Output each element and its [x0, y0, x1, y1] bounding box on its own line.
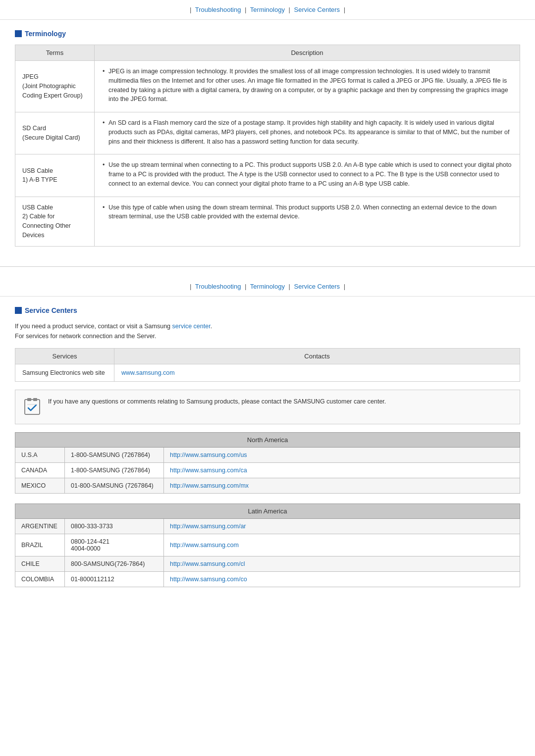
region-country-row: U.S.A1-800-SAMSUNG (7267864)http://www.s…: [15, 447, 520, 462]
country-url: http://www.samsung.com/mx: [164, 478, 520, 493]
terms-description-cell: Use the up stream terminal when connecti…: [95, 154, 520, 197]
svg-rect-0: [25, 400, 40, 414]
country-name: MEXICO: [15, 478, 65, 493]
services-contact-cell: www.samsung.com: [114, 364, 520, 381]
country-url: http://www.samsung.com: [164, 534, 520, 556]
services-table: Services Contacts Samsung Electronics we…: [15, 348, 520, 382]
country-url-link[interactable]: http://www.samsung.com/mx: [170, 482, 249, 489]
terms-description-cell: Use this type of cable when using the do…: [95, 197, 520, 246]
bottom-nav-service-centers[interactable]: Service Centers: [294, 283, 340, 290]
service-center-link[interactable]: service center: [172, 323, 211, 330]
country-url-link[interactable]: http://www.samsung.com/co: [170, 576, 247, 583]
section-divider-1: [0, 266, 535, 267]
country-phone: 0800-333-3733: [65, 518, 164, 534]
terms-description-cell: JPEG is an image compression technology.…: [95, 61, 520, 112]
description-col-header: Description: [95, 45, 520, 61]
svg-rect-1: [27, 398, 31, 401]
region-country-row: MEXICO01-800-SAMSUNG (7267864)http://www…: [15, 478, 520, 493]
samsung-website-link[interactable]: www.samsung.com: [121, 369, 175, 376]
country-url: http://www.samsung.com/co: [164, 571, 520, 587]
region-name: Latin America: [15, 504, 520, 518]
country-phone: 0800-124-4214004-0000: [65, 534, 164, 556]
country-name: COLOMBIA: [15, 571, 65, 587]
nav-sep-2: |: [245, 6, 246, 13]
services-service-cell: Samsung Electronics web site: [15, 364, 114, 381]
country-url: http://www.samsung.com/ca: [164, 462, 520, 478]
country-phone: 800-SAMSUNG(726-7864): [65, 556, 164, 571]
terminology-section: Terminology Terms Description JPEG(Joint…: [0, 20, 535, 256]
service-intro-line1-prefix: If you need a product service, contact o…: [15, 323, 172, 330]
region-header-row: Latin America: [15, 504, 520, 518]
service-centers-section: Service Centers If you need a product se…: [0, 297, 535, 607]
country-url-link[interactable]: http://www.samsung.com: [170, 542, 239, 549]
nav-service-centers[interactable]: Service Centers: [294, 6, 340, 13]
bottom-nav-bar: | Troubleshooting | Terminology | Servic…: [0, 277, 535, 297]
contacts-col-header: Contacts: [114, 348, 520, 364]
services-row: Samsung Electronics web sitewww.samsung.…: [15, 364, 520, 381]
country-url: http://www.samsung.com/us: [164, 447, 520, 462]
terms-description-cell: An SD card is a Flash memory card the si…: [95, 112, 520, 154]
country-phone: 1-800-SAMSUNG (7267864): [65, 462, 164, 478]
country-url-link[interactable]: http://www.samsung.com/ca: [170, 467, 247, 474]
bottom-nav-troubleshooting[interactable]: Troubleshooting: [195, 283, 241, 290]
country-name: CANADA: [15, 462, 65, 478]
country-name: BRAZIL: [15, 534, 65, 556]
terms-term-cell: USB Cable2) Cable forConnecting OtherDev…: [15, 197, 95, 246]
country-url: http://www.samsung.com/cl: [164, 556, 520, 571]
terms-row: JPEG(Joint PhotographicCoding Expert Gro…: [15, 61, 520, 112]
nav-sep-1: |: [190, 6, 191, 13]
country-phone: 1-800-SAMSUNG (7267864): [65, 447, 164, 462]
samsung-note-icon: [22, 397, 42, 417]
bottom-nav-terminology[interactable]: Terminology: [250, 283, 285, 290]
terms-row: USB Cable2) Cable forConnecting OtherDev…: [15, 197, 520, 246]
region-header-row: North America: [15, 432, 520, 447]
region-tables-container: North AmericaU.S.A1-800-SAMSUNG (7267864…: [15, 432, 520, 587]
service-centers-title: Service Centers: [15, 306, 520, 314]
service-intro-line2: For services for network connection and …: [15, 333, 157, 340]
terms-col-header: Terms: [15, 45, 95, 61]
samsung-note-text: If you have any questions or comments re…: [48, 397, 386, 406]
top-nav-bar: | Troubleshooting | Terminology | Servic…: [0, 0, 535, 20]
services-col-header: Services: [15, 348, 114, 364]
region-country-row: BRAZIL0800-124-4214004-0000http://www.sa…: [15, 534, 520, 556]
region-table: North AmericaU.S.A1-800-SAMSUNG (7267864…: [15, 432, 520, 494]
terminology-title: Terminology: [15, 30, 520, 38]
bottom-nav-sep-1: |: [190, 283, 191, 290]
bottom-nav-sep-4: |: [344, 283, 345, 290]
country-phone: 01-8000112112: [65, 571, 164, 587]
region-country-row: CANADA1-800-SAMSUNG (7267864)http://www.…: [15, 462, 520, 478]
bottom-nav-sep-2: |: [245, 283, 246, 290]
terms-row: USB Cable1) A-B TYPEUse the up stream te…: [15, 154, 520, 197]
country-name: CHILE: [15, 556, 65, 571]
service-intro: If you need a product service, contact o…: [15, 321, 520, 341]
region-country-row: CHILE800-SAMSUNG(726-7864)http://www.sam…: [15, 556, 520, 571]
nav-sep-4: |: [344, 6, 345, 13]
country-phone: 01-800-SAMSUNG (7267864): [65, 478, 164, 493]
nav-sep-3: |: [289, 6, 290, 13]
country-url-link[interactable]: http://www.samsung.com/ar: [170, 523, 246, 530]
bottom-nav-sep-3: |: [289, 283, 290, 290]
region-name: North America: [15, 432, 520, 447]
region-country-row: COLOMBIA01-8000112112http://www.samsung.…: [15, 571, 520, 587]
country-url-link[interactable]: http://www.samsung.com/cl: [170, 560, 245, 567]
region-country-row: ARGENTINE0800-333-3733http://www.samsung…: [15, 518, 520, 534]
terms-term-cell: USB Cable1) A-B TYPE: [15, 154, 95, 197]
country-url-link[interactable]: http://www.samsung.com/us: [170, 452, 247, 458]
terms-term-cell: SD Card(Secure Digital Card): [15, 112, 95, 154]
terminology-icon: [15, 30, 22, 37]
service-centers-icon: [15, 307, 22, 314]
country-name: ARGENTINE: [15, 518, 65, 534]
terms-table: Terms Description JPEG(Joint Photographi…: [15, 45, 520, 247]
nav-troubleshooting[interactable]: Troubleshooting: [195, 6, 241, 13]
terms-row: SD Card(Secure Digital Card)An SD card i…: [15, 112, 520, 154]
country-name: U.S.A: [15, 447, 65, 462]
samsung-note-box: If you have any questions or comments re…: [15, 390, 520, 424]
service-intro-line1-suffix: .: [211, 323, 212, 330]
region-table: Latin AmericaARGENTINE0800-333-3733http:…: [15, 504, 520, 587]
nav-terminology[interactable]: Terminology: [250, 6, 285, 13]
terms-term-cell: JPEG(Joint PhotographicCoding Expert Gro…: [15, 61, 95, 112]
svg-rect-2: [33, 398, 37, 401]
country-url: http://www.samsung.com/ar: [164, 518, 520, 534]
